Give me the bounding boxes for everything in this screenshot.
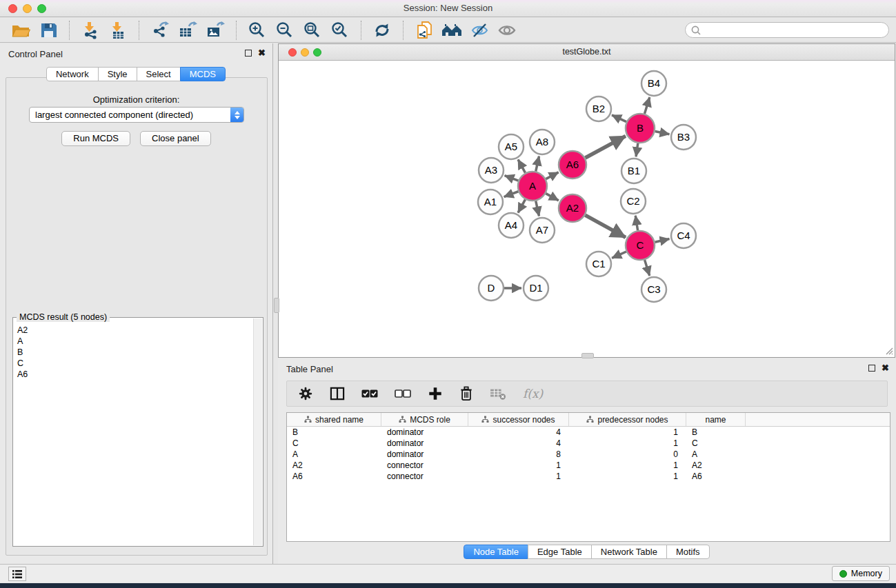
graph-edge-B-B2[interactable]	[612, 115, 626, 122]
mcds-result-item[interactable]: A	[17, 336, 253, 347]
zoom-out-icon[interactable]	[273, 20, 297, 41]
tab-edge-table[interactable]: Edge Table	[528, 545, 592, 559]
network-close-button[interactable]	[288, 48, 297, 57]
mcds-result-item[interactable]: A2	[17, 325, 253, 336]
graph-edge-C-C3[interactable]	[645, 260, 650, 276]
graph-edge-C-C1[interactable]	[612, 252, 626, 258]
minimize-window-button[interactable]	[23, 4, 32, 13]
column-header-name[interactable]: name	[686, 413, 746, 426]
zoom-in-icon[interactable]	[246, 20, 269, 41]
graph-edge-A-A6[interactable]	[546, 172, 558, 179]
home-layout-icon[interactable]	[440, 20, 464, 41]
table-settings-gear-icon[interactable]	[298, 386, 313, 401]
memory-button[interactable]: Memory	[832, 566, 890, 581]
table-cell[interactable]: 1	[468, 460, 569, 470]
horizontal-split-handle[interactable]	[581, 353, 594, 358]
table-row[interactable]: Bdominator41B	[287, 427, 890, 438]
open-session-icon[interactable]	[9, 20, 32, 41]
search-input[interactable]	[701, 24, 888, 37]
save-session-icon[interactable]	[37, 20, 60, 41]
table-cell[interactable]: 0	[569, 449, 686, 459]
table-row[interactable]: Adominator80A	[287, 449, 890, 460]
graph-edge-C-C4[interactable]	[655, 239, 669, 243]
delete-column-trash-icon[interactable]	[459, 386, 473, 401]
table-cell[interactable]: A6	[686, 472, 746, 481]
create-column-plus-icon[interactable]	[428, 386, 443, 401]
graph-edge-A-A1[interactable]	[504, 192, 519, 197]
show-selected-eye-icon[interactable]	[495, 20, 519, 41]
import-network-icon[interactable]	[79, 20, 102, 41]
table-row[interactable]: A6connector11A6	[287, 471, 890, 482]
table-cell[interactable]: A2	[686, 460, 746, 470]
export-table-icon[interactable]	[176, 20, 199, 41]
table-cell[interactable]: 8	[468, 449, 569, 459]
column-header-shared-name[interactable]: shared name	[287, 413, 381, 426]
tab-select[interactable]: Select	[137, 67, 181, 81]
clone-network-icon[interactable]	[412, 20, 436, 41]
delete-table-icon[interactable]	[490, 387, 506, 401]
float-panel-icon[interactable]	[245, 50, 252, 57]
table-cell[interactable]: 1	[468, 472, 569, 481]
tab-motifs[interactable]: Motifs	[666, 545, 710, 559]
table-cell[interactable]: 1	[569, 460, 686, 470]
table-row[interactable]: Cdominator41C	[287, 438, 890, 449]
column-header-predecessor-nodes[interactable]: predecessor nodes	[569, 413, 686, 426]
tab-network[interactable]: Network	[46, 67, 99, 81]
column-header-successor-nodes[interactable]: successor nodes	[468, 413, 569, 426]
graph-edge-A-A8[interactable]	[536, 156, 539, 172]
graph-edge-C-C2[interactable]	[635, 216, 637, 231]
table-cell[interactable]: A6	[287, 472, 381, 481]
mcds-result-item[interactable]: A6	[17, 369, 253, 380]
export-image-icon[interactable]	[203, 20, 227, 41]
table-cell[interactable]: 4	[468, 438, 569, 448]
close-panel-icon[interactable]: ✖	[258, 49, 266, 57]
tab-style[interactable]: Style	[98, 67, 137, 81]
graph-edge-A-A5[interactable]	[518, 159, 525, 172]
column-header-MCDS-role[interactable]: MCDS role	[381, 413, 468, 426]
table-cell[interactable]: C	[686, 438, 746, 448]
run-mcds-button[interactable]: Run MCDS	[61, 131, 130, 146]
tab-node-table[interactable]: Node Table	[464, 545, 528, 559]
toolbar-search-field[interactable]	[685, 22, 889, 38]
table-row[interactable]: A2connector11A2	[287, 460, 890, 471]
graph-edge-B-B3[interactable]	[655, 131, 670, 134]
import-table-icon[interactable]	[106, 20, 130, 41]
graph-edge-A-A2[interactable]	[546, 194, 559, 201]
function-builder-icon[interactable]: f(x)	[523, 387, 543, 401]
criterion-dropdown[interactable]: largest connected component (directed)	[29, 107, 244, 123]
table-cell[interactable]: dominator	[381, 449, 468, 459]
table-cell[interactable]: 4	[468, 427, 569, 437]
tab-network-table[interactable]: Network Table	[591, 545, 667, 559]
table-cell[interactable]: B	[686, 427, 746, 437]
network-window-titlebar[interactable]: testGlobe.txt	[279, 44, 895, 61]
tab-mcds[interactable]: MCDS	[180, 67, 226, 81]
graph-edge-A6-B[interactable]	[585, 136, 625, 158]
table-cell[interactable]: A	[686, 449, 746, 459]
table-cell[interactable]: C	[287, 438, 381, 448]
close-window-button[interactable]	[8, 4, 17, 13]
zoom-selected-icon[interactable]	[328, 20, 352, 41]
graph-edge-B-B1[interactable]	[636, 143, 638, 156]
mcds-result-item[interactable]: B	[17, 347, 253, 358]
export-network-icon[interactable]	[148, 20, 172, 41]
table-cell[interactable]: connector	[381, 460, 468, 470]
graph-edge-A-A3[interactable]	[505, 176, 519, 181]
resize-grip-icon[interactable]	[884, 345, 893, 355]
zoom-window-button[interactable]	[37, 4, 46, 13]
mcds-result-item[interactable]: C	[17, 358, 253, 369]
close-table-panel-icon[interactable]: ✖	[882, 364, 889, 372]
zoom-fit-icon[interactable]	[301, 20, 324, 41]
task-history-button[interactable]	[8, 567, 26, 581]
deselect-all-icon[interactable]	[395, 389, 411, 398]
table-cell[interactable]: A	[287, 449, 381, 459]
network-minimize-button[interactable]	[301, 48, 309, 57]
network-graph[interactable]: B4B2BB3A5A8A6B1A3AA1C2A2A4A7C4CC1C3DD1	[279, 61, 895, 356]
table-cell[interactable]: 1	[569, 438, 686, 448]
select-all-icon[interactable]	[361, 389, 378, 398]
refresh-icon[interactable]	[370, 20, 394, 41]
table-cell[interactable]: dominator	[381, 438, 468, 448]
show-column-icon[interactable]	[330, 387, 345, 401]
float-table-panel-icon[interactable]	[868, 365, 875, 372]
network-zoom-button[interactable]	[313, 48, 321, 57]
table-cell[interactable]: B	[287, 427, 381, 437]
